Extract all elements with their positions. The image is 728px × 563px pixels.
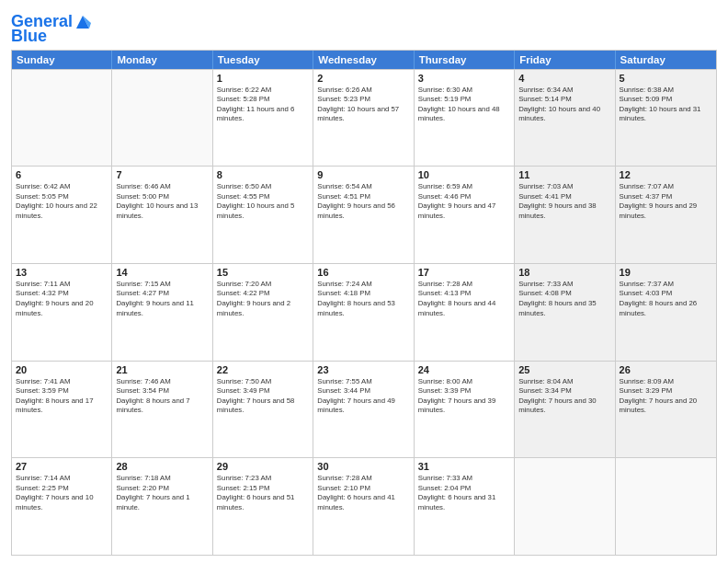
day-info: Sunrise: 7:14 AMSunset: 2:25 PMDaylight:… [16, 474, 108, 512]
day-info: Sunrise: 7:33 AMSunset: 4:08 PMDaylight:… [518, 280, 610, 318]
day-info: Sunrise: 6:50 AMSunset: 4:55 PMDaylight:… [217, 182, 309, 221]
week-row-4: 20Sunrise: 7:41 AMSunset: 3:59 PMDayligh… [12, 361, 716, 458]
day-info: Sunrise: 7:03 AMSunset: 4:41 PMDaylight:… [518, 182, 610, 221]
day-number: 15 [217, 267, 309, 278]
day-number: 21 [116, 364, 208, 375]
weekday-header-sunday: Sunday [12, 51, 112, 69]
day-info: Sunrise: 6:54 AMSunset: 4:51 PMDaylight:… [317, 182, 409, 221]
day-cell-27: 27Sunrise: 7:14 AMSunset: 2:25 PMDayligh… [12, 458, 112, 555]
day-cell-10: 10Sunrise: 6:59 AMSunset: 4:46 PMDayligh… [415, 167, 515, 263]
day-info: Sunrise: 7:55 AMSunset: 3:44 PMDaylight:… [317, 377, 409, 416]
week-row-1: 1Sunrise: 6:22 AMSunset: 5:28 PMDaylight… [12, 69, 716, 167]
header: General Blue [11, 9, 717, 46]
day-number: 25 [518, 364, 610, 375]
logo-text-blue: Blue [11, 28, 47, 46]
day-number: 10 [418, 169, 510, 180]
day-number: 19 [620, 267, 712, 278]
day-number: 31 [418, 461, 510, 472]
calendar: SundayMondayTuesdayWednesdayThursdayFrid… [11, 50, 717, 556]
day-number: 3 [418, 73, 510, 84]
logo-icon [74, 14, 91, 30]
weekday-header-wednesday: Wednesday [313, 51, 414, 69]
day-info: Sunrise: 7:33 AMSunset: 2:04 PMDaylight:… [418, 474, 510, 512]
day-info: Sunrise: 7:24 AMSunset: 4:18 PMDaylight:… [317, 280, 409, 318]
weekday-header-friday: Friday [515, 51, 615, 69]
day-cell-8: 8Sunrise: 6:50 AMSunset: 4:55 PMDaylight… [213, 167, 313, 263]
page: General Blue SundayMondayTuesdayWednesda… [0, 0, 728, 563]
logo: General Blue [11, 13, 91, 46]
day-info: Sunrise: 6:22 AMSunset: 5:28 PMDaylight:… [217, 86, 309, 124]
day-cell-13: 13Sunrise: 7:11 AMSunset: 4:32 PMDayligh… [12, 264, 112, 361]
day-cell-24: 24Sunrise: 8:00 AMSunset: 3:39 PMDayligh… [415, 362, 515, 458]
day-number: 14 [116, 267, 208, 278]
day-number: 27 [16, 461, 108, 472]
day-cell-11: 11Sunrise: 7:03 AMSunset: 4:41 PMDayligh… [515, 167, 615, 263]
day-number: 24 [418, 364, 510, 375]
day-info: Sunrise: 6:59 AMSunset: 4:46 PMDaylight:… [418, 182, 510, 221]
day-cell-9: 9Sunrise: 6:54 AMSunset: 4:51 PMDaylight… [313, 167, 414, 263]
day-number: 17 [418, 267, 510, 278]
day-info: Sunrise: 7:46 AMSunset: 3:54 PMDaylight:… [116, 377, 208, 416]
day-number: 12 [620, 169, 712, 180]
day-cell-15: 15Sunrise: 7:20 AMSunset: 4:22 PMDayligh… [213, 264, 313, 361]
day-number: 4 [518, 73, 610, 84]
day-cell-14: 14Sunrise: 7:15 AMSunset: 4:27 PMDayligh… [112, 264, 212, 361]
day-info: Sunrise: 6:46 AMSunset: 5:00 PMDaylight:… [116, 182, 208, 221]
day-number: 23 [317, 364, 409, 375]
empty-cell [112, 70, 212, 167]
day-cell-1: 1Sunrise: 6:22 AMSunset: 5:28 PMDaylight… [213, 70, 313, 167]
day-info: Sunrise: 7:11 AMSunset: 4:32 PMDaylight:… [16, 280, 108, 318]
day-cell-2: 2Sunrise: 6:26 AMSunset: 5:23 PMDaylight… [313, 70, 414, 167]
day-cell-21: 21Sunrise: 7:46 AMSunset: 3:54 PMDayligh… [112, 362, 212, 458]
day-number: 26 [620, 364, 712, 375]
day-number: 7 [116, 169, 208, 180]
day-info: Sunrise: 7:41 AMSunset: 3:59 PMDaylight:… [16, 377, 108, 416]
day-info: Sunrise: 7:15 AMSunset: 4:27 PMDaylight:… [116, 280, 208, 318]
day-info: Sunrise: 6:30 AMSunset: 5:19 PMDaylight:… [418, 86, 510, 124]
empty-cell [515, 458, 615, 555]
day-cell-3: 3Sunrise: 6:30 AMSunset: 5:19 PMDaylight… [415, 70, 515, 167]
day-cell-23: 23Sunrise: 7:55 AMSunset: 3:44 PMDayligh… [313, 362, 414, 458]
day-cell-28: 28Sunrise: 7:18 AMSunset: 2:20 PMDayligh… [112, 458, 212, 555]
weekday-header-thursday: Thursday [415, 51, 515, 69]
day-info: Sunrise: 8:09 AMSunset: 3:29 PMDaylight:… [620, 377, 712, 416]
weekday-header-tuesday: Tuesday [213, 51, 313, 69]
day-cell-16: 16Sunrise: 7:24 AMSunset: 4:18 PMDayligh… [313, 264, 414, 361]
day-cell-25: 25Sunrise: 8:04 AMSunset: 3:34 PMDayligh… [515, 362, 615, 458]
day-number: 11 [518, 169, 610, 180]
day-number: 28 [116, 461, 208, 472]
day-number: 22 [217, 364, 309, 375]
day-info: Sunrise: 6:34 AMSunset: 5:14 PMDaylight:… [518, 86, 610, 124]
day-number: 6 [16, 169, 108, 180]
day-number: 29 [217, 461, 309, 472]
weekday-header-saturday: Saturday [616, 51, 716, 69]
day-info: Sunrise: 7:23 AMSunset: 2:15 PMDaylight:… [217, 474, 309, 512]
day-cell-26: 26Sunrise: 8:09 AMSunset: 3:29 PMDayligh… [616, 362, 716, 458]
day-info: Sunrise: 7:18 AMSunset: 2:20 PMDaylight:… [116, 474, 208, 512]
day-info: Sunrise: 7:28 AMSunset: 4:13 PMDaylight:… [418, 280, 510, 318]
day-number: 30 [317, 461, 409, 472]
day-cell-29: 29Sunrise: 7:23 AMSunset: 2:15 PMDayligh… [213, 458, 313, 555]
day-number: 13 [16, 267, 108, 278]
day-cell-5: 5Sunrise: 6:38 AMSunset: 5:09 PMDaylight… [616, 70, 716, 167]
weekday-header-monday: Monday [112, 51, 212, 69]
day-cell-22: 22Sunrise: 7:50 AMSunset: 3:49 PMDayligh… [213, 362, 313, 458]
day-number: 20 [16, 364, 108, 375]
day-cell-31: 31Sunrise: 7:33 AMSunset: 2:04 PMDayligh… [415, 458, 515, 555]
day-info: Sunrise: 6:42 AMSunset: 5:05 PMDaylight:… [16, 182, 108, 221]
day-cell-17: 17Sunrise: 7:28 AMSunset: 4:13 PMDayligh… [415, 264, 515, 361]
day-info: Sunrise: 7:28 AMSunset: 2:10 PMDaylight:… [317, 474, 409, 512]
day-info: Sunrise: 7:20 AMSunset: 4:22 PMDaylight:… [217, 280, 309, 318]
day-info: Sunrise: 8:04 AMSunset: 3:34 PMDaylight:… [518, 377, 610, 416]
calendar-body: 1Sunrise: 6:22 AMSunset: 5:28 PMDaylight… [12, 69, 716, 555]
week-row-2: 6Sunrise: 6:42 AMSunset: 5:05 PMDaylight… [12, 166, 716, 263]
day-cell-20: 20Sunrise: 7:41 AMSunset: 3:59 PMDayligh… [12, 362, 112, 458]
day-info: Sunrise: 7:07 AMSunset: 4:37 PMDaylight:… [620, 182, 712, 221]
day-number: 9 [317, 169, 409, 180]
calendar-header: SundayMondayTuesdayWednesdayThursdayFrid… [12, 51, 716, 69]
week-row-3: 13Sunrise: 7:11 AMSunset: 4:32 PMDayligh… [12, 263, 716, 361]
day-number: 8 [217, 169, 309, 180]
day-info: Sunrise: 7:37 AMSunset: 4:03 PMDaylight:… [620, 280, 712, 318]
empty-cell [12, 70, 112, 167]
day-info: Sunrise: 8:00 AMSunset: 3:39 PMDaylight:… [418, 377, 510, 416]
